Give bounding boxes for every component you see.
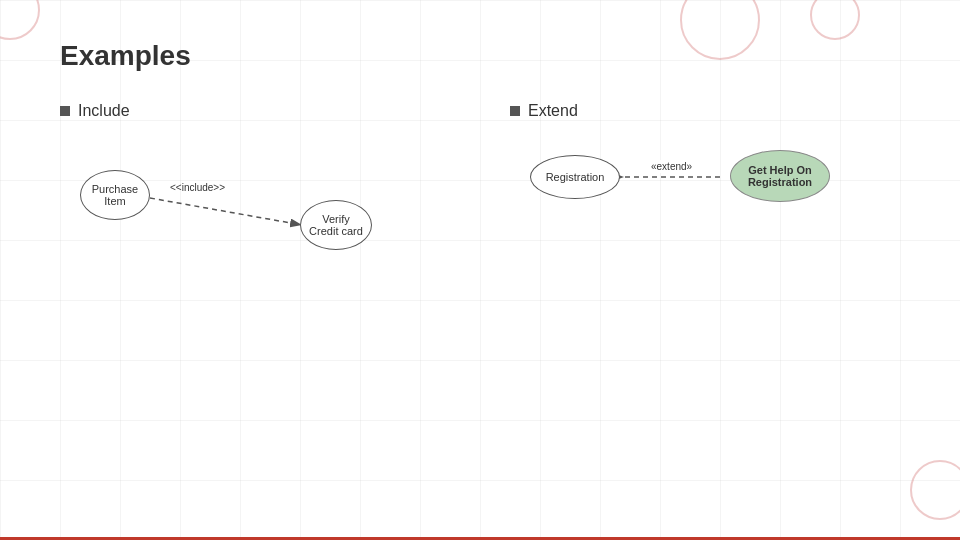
bullet-icon (60, 106, 70, 116)
purchase-item-label: PurchaseItem (92, 183, 138, 207)
include-arrow-label: <<include>> (170, 182, 225, 193)
registration-label: Registration (546, 171, 605, 183)
registration-ellipse: Registration (530, 155, 620, 199)
include-bullet: Include (60, 102, 450, 120)
include-label: Include (78, 102, 130, 120)
bullet-icon-extend (510, 106, 520, 116)
extend-label-text: Extend (528, 102, 578, 120)
svg-line-1 (150, 198, 302, 225)
get-help-label: Get Help OnRegistration (748, 164, 812, 188)
extend-bullet: Extend (510, 102, 900, 120)
purchase-item-ellipse: PurchaseItem (80, 170, 150, 220)
corner-accent-br (910, 460, 960, 520)
verify-credit-label: VerifyCredit card (309, 213, 363, 237)
include-diagram: PurchaseItem <<include>> VerifyCredit ca… (70, 140, 390, 260)
extend-arrow-label: «extend» (648, 160, 695, 173)
extend-diagram: Registration «extend» Get Help OnRegistr… (520, 140, 840, 230)
examples-container: Include PurchaseItem (60, 102, 900, 260)
extend-section: Extend Registration (510, 102, 900, 260)
page-title: Examples (60, 40, 900, 72)
include-section: Include PurchaseItem (60, 102, 450, 260)
verify-credit-ellipse: VerifyCredit card (300, 200, 372, 250)
main-content: Examples Include (0, 0, 960, 300)
get-help-ellipse: Get Help OnRegistration (730, 150, 830, 202)
